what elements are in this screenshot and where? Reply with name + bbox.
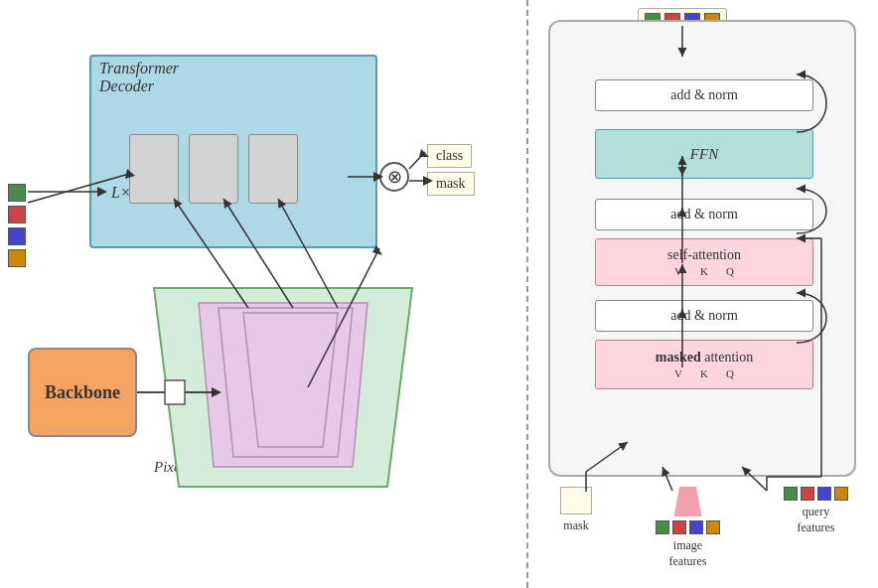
left-panel: TransformerDecoder L× ⊗ class mask Backb… — [0, 0, 526, 588]
bottom-labels-group: mask imagefeatures — [528, 487, 878, 569]
outer-decoder-box: add & norm FFN add & norm self-attention… — [548, 20, 856, 477]
masked-attention-box: masked attention V K Q — [595, 340, 813, 389]
add-norm-3: add & norm — [595, 300, 813, 332]
sq-blue — [8, 227, 26, 245]
masked-attention-vkq: V K Q — [674, 368, 734, 379]
mask-group: mask — [560, 487, 592, 534]
pixel-decoder-label: Pixel Decoder — [154, 459, 239, 476]
svg-marker-2 — [219, 308, 353, 457]
right-content: add & norm FFN add & norm self-attention… — [528, 0, 878, 588]
svg-marker-1 — [199, 303, 367, 467]
qf-sq-red — [801, 487, 814, 501]
sa-v: V — [674, 265, 682, 277]
multiply-symbol: ⊗ — [379, 162, 409, 192]
svg-line-19 — [409, 152, 425, 169]
lx-label: L× — [111, 184, 131, 202]
sq-red — [8, 206, 26, 223]
sq-orange — [8, 249, 26, 267]
svg-rect-8 — [165, 380, 185, 404]
masked-attention-label: masked attention — [656, 350, 753, 366]
qf-sq-green — [784, 487, 798, 501]
query-features-text: queryfeatures — [798, 505, 835, 535]
transformer-decoder-label: TransformerDecoder — [99, 60, 179, 95]
self-attention-box: self-attention V K Q — [595, 238, 813, 286]
query-features-group: queryfeatures — [784, 487, 848, 535]
svg-marker-7 — [212, 387, 221, 397]
input-colored-squares — [8, 184, 26, 267]
dec-block-1 — [129, 134, 179, 204]
if-sq-blue — [689, 520, 703, 534]
image-feature-squares — [656, 520, 720, 534]
svg-marker-3 — [243, 313, 338, 447]
if-sq-green — [656, 520, 669, 534]
svg-marker-5 — [167, 387, 177, 397]
right-panel: add & norm FFN add & norm self-attention… — [526, 0, 878, 588]
mask-square — [560, 487, 592, 514]
main-diagram: TransformerDecoder L× ⊗ class mask Backb… — [0, 0, 878, 588]
sq-green — [8, 184, 26, 202]
self-attention-vkq: V K Q — [674, 265, 734, 277]
dec-block-2 — [189, 134, 238, 204]
add-norm-2: add & norm — [595, 199, 813, 230]
svg-line-23 — [308, 248, 379, 387]
qf-sq-orange — [834, 487, 848, 501]
decoder-blocks — [129, 134, 298, 204]
mask-output-label: mask — [427, 172, 475, 196]
sa-q: Q — [726, 265, 734, 277]
ma-k: K — [700, 368, 708, 379]
image-features-text: imagefeatures — [669, 538, 707, 569]
add-norm-1: add & norm — [595, 79, 813, 111]
class-output-label: class — [427, 144, 472, 168]
svg-marker-0 — [154, 288, 412, 487]
dec-block-3 — [248, 134, 298, 204]
masked-bold: masked — [656, 350, 701, 365]
ma-q: Q — [726, 368, 734, 379]
ma-v: V — [674, 368, 682, 379]
image-features-group: imagefeatures — [656, 487, 720, 569]
mask-text: mask — [563, 518, 588, 534]
self-attention-label: self-attention — [667, 247, 741, 263]
sa-k: K — [700, 265, 708, 277]
qf-sq-blue — [817, 487, 831, 501]
if-sq-red — [672, 520, 686, 534]
if-sq-orange — [706, 520, 720, 534]
query-feature-squares — [784, 487, 848, 501]
backbone-box: Backbone — [28, 348, 137, 437]
ffn-box: FFN — [595, 129, 813, 179]
image-features-shape — [674, 487, 702, 516]
